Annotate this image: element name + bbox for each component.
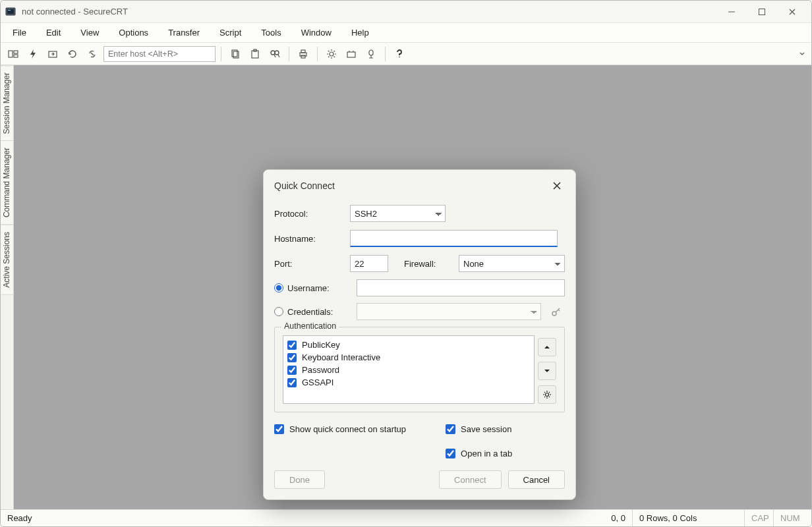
auth-checkbox-keyboard-interactive[interactable] bbox=[287, 353, 297, 362]
username-input[interactable] bbox=[357, 279, 565, 296]
svg-point-21 bbox=[546, 393, 549, 397]
toolbar-separator bbox=[289, 47, 289, 61]
move-up-button[interactable] bbox=[538, 338, 556, 356]
global-options-icon[interactable] bbox=[343, 45, 360, 63]
auth-item-keyboard-interactive: Keyboard Interactive bbox=[287, 351, 530, 364]
credentials-select[interactable] bbox=[357, 303, 541, 320]
print-icon[interactable] bbox=[295, 45, 312, 63]
dialog-overlay: Quick Connect Protocol: SSH2 bbox=[14, 65, 811, 509]
hostname-label: Hostname: bbox=[274, 234, 350, 244]
session-options-icon[interactable] bbox=[323, 45, 340, 63]
session-manager-icon[interactable] bbox=[5, 45, 22, 63]
svg-point-13 bbox=[275, 51, 279, 55]
menu-tools[interactable]: Tools bbox=[257, 25, 285, 40]
connect-button[interactable]: Connect bbox=[439, 470, 501, 489]
open-in-tab-checkbox[interactable] bbox=[446, 449, 455, 458]
dialog-close-button[interactable] bbox=[549, 178, 565, 194]
menu-script[interactable]: Script bbox=[216, 25, 245, 40]
username-radio[interactable] bbox=[274, 283, 283, 292]
status-ready: Ready bbox=[6, 510, 593, 526]
status-cap: CAP bbox=[744, 510, 773, 526]
auth-properties-button[interactable] bbox=[538, 385, 556, 404]
minimize-button[interactable] bbox=[716, 3, 747, 21]
authentication-groupbox: Authentication PublicKey Keyboard Intera… bbox=[274, 327, 565, 412]
firewall-select[interactable]: None bbox=[459, 255, 565, 272]
menu-window[interactable]: Window bbox=[297, 25, 335, 40]
cancel-button[interactable]: Cancel bbox=[508, 470, 565, 489]
svg-rect-2 bbox=[8, 10, 11, 11]
authentication-list[interactable]: PublicKey Keyboard Interactive Password bbox=[283, 335, 535, 404]
sidebar-tab-command-manager[interactable]: Command Manager bbox=[1, 140, 13, 225]
app-icon bbox=[5, 6, 16, 18]
svg-rect-18 bbox=[347, 52, 355, 57]
sidebar-tab-session-manager[interactable]: Session Manager bbox=[1, 65, 13, 140]
copy-icon[interactable] bbox=[227, 45, 244, 63]
svg-rect-15 bbox=[301, 50, 305, 53]
main-area: Session Manager Command Manager Active S… bbox=[1, 65, 811, 509]
connect-in-tab-icon[interactable] bbox=[44, 45, 61, 63]
protocol-select[interactable]: SSH2 bbox=[350, 205, 446, 222]
menu-options[interactable]: Options bbox=[115, 25, 152, 40]
quick-connect-icon[interactable] bbox=[24, 45, 42, 63]
auth-item-gssapi: GSSAPI bbox=[287, 376, 530, 389]
disconnect-icon[interactable] bbox=[84, 45, 101, 63]
svg-rect-6 bbox=[14, 55, 18, 57]
credentials-label: Credentials: bbox=[287, 307, 350, 317]
credentials-radio[interactable] bbox=[274, 307, 283, 316]
find-icon[interactable] bbox=[266, 45, 283, 63]
menu-edit[interactable]: Edit bbox=[42, 25, 65, 40]
svg-rect-16 bbox=[301, 55, 305, 58]
toolbar bbox=[1, 43, 811, 65]
toolbar-separator bbox=[221, 47, 221, 61]
protocol-label: Protocol: bbox=[274, 209, 350, 219]
move-down-button[interactable] bbox=[538, 362, 556, 380]
close-button[interactable] bbox=[777, 3, 807, 21]
authentication-legend: Authentication bbox=[281, 321, 339, 331]
dialog-title: Quick Connect bbox=[274, 180, 549, 191]
auth-label: GSSAPI bbox=[302, 377, 334, 387]
show-on-startup-checkbox[interactable] bbox=[274, 424, 284, 434]
terminal-canvas: Quick Connect Protocol: SSH2 bbox=[14, 65, 811, 509]
reconnect-icon[interactable] bbox=[64, 45, 81, 63]
keymap-icon[interactable] bbox=[362, 45, 380, 63]
svg-rect-19 bbox=[369, 50, 373, 55]
done-button[interactable]: Done bbox=[274, 470, 325, 489]
help-icon[interactable] bbox=[391, 45, 408, 63]
menu-view[interactable]: View bbox=[76, 25, 103, 40]
svg-point-12 bbox=[271, 51, 275, 55]
status-bar: Ready 0, 0 0 Rows, 0 Cols CAP NUM bbox=[1, 509, 811, 526]
paste-icon[interactable] bbox=[246, 45, 264, 63]
save-session-checkbox[interactable] bbox=[446, 424, 455, 434]
toolbar-separator bbox=[385, 47, 386, 61]
sidebar-tab-active-sessions[interactable]: Active Sessions bbox=[1, 225, 13, 295]
svg-rect-4 bbox=[9, 51, 13, 57]
auth-label: Password bbox=[302, 365, 339, 375]
auth-item-password: Password bbox=[287, 364, 530, 376]
menu-transfer[interactable]: Transfer bbox=[164, 25, 204, 40]
menu-help[interactable]: Help bbox=[347, 25, 373, 40]
auth-checkbox-password[interactable] bbox=[287, 366, 297, 375]
svg-point-17 bbox=[330, 52, 334, 56]
hostname-input[interactable] bbox=[350, 230, 558, 247]
maximize-button[interactable] bbox=[747, 3, 777, 21]
auth-item-publickey: PublicKey bbox=[287, 339, 530, 351]
auth-checkbox-publickey[interactable] bbox=[287, 341, 297, 350]
status-cursor: 0, 0 bbox=[593, 510, 632, 526]
firewall-label: Firewall: bbox=[404, 259, 447, 269]
toolbar-overflow-icon[interactable] bbox=[797, 51, 807, 57]
auth-label: Keyboard Interactive bbox=[302, 352, 380, 362]
credentials-manager-icon[interactable] bbox=[548, 303, 565, 320]
auth-label: PublicKey bbox=[302, 340, 340, 350]
sidebar-tabs: Session Manager Command Manager Active S… bbox=[1, 65, 14, 509]
menu-file[interactable]: File bbox=[9, 25, 30, 40]
toolbar-separator bbox=[317, 47, 318, 61]
save-session-label: Save session bbox=[461, 424, 511, 434]
host-input[interactable] bbox=[103, 46, 216, 62]
status-num: NUM bbox=[773, 510, 806, 526]
window-title: not connected - SecureCRT bbox=[22, 7, 716, 16]
auth-checkbox-gssapi[interactable] bbox=[287, 378, 297, 387]
svg-rect-3 bbox=[759, 9, 765, 14]
menu-bar: File Edit View Options Transfer Script T… bbox=[1, 23, 811, 43]
port-input[interactable] bbox=[350, 255, 388, 272]
status-size: 0 Rows, 0 Cols bbox=[632, 510, 744, 526]
